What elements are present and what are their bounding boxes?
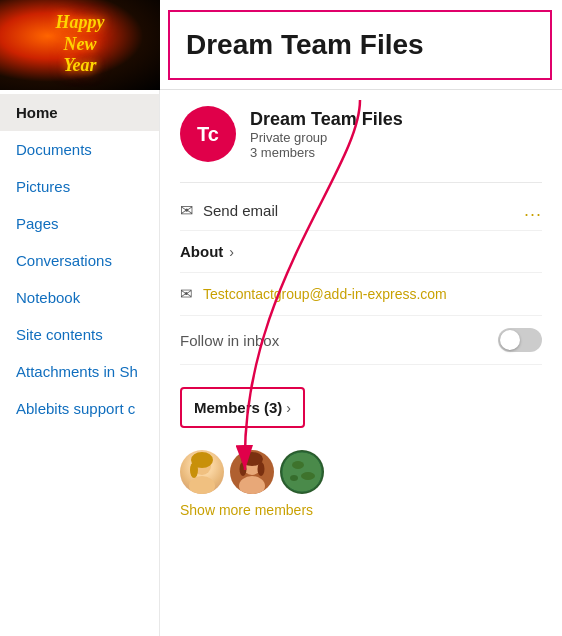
members-row[interactable]: Members (3) › <box>180 387 305 428</box>
svg-point-13 <box>290 475 298 481</box>
envelope-icon: ✉ <box>180 201 193 220</box>
sidebar-item-site-contents[interactable]: Site contents <box>0 316 159 353</box>
content-wrapper: Tc Dream Team Files Private group 3 memb… <box>160 90 562 636</box>
header-title-box: Dream Team Files <box>168 10 552 80</box>
fireworks-background: HappyNewYear <box>0 0 160 90</box>
sidebar-item-notebook[interactable]: Notebook <box>0 279 159 316</box>
toggle-knob <box>500 330 520 350</box>
sidebar-item-pictures[interactable]: Pictures <box>0 168 159 205</box>
show-more-members[interactable]: Show more members <box>180 502 542 518</box>
group-avatar: Tc <box>180 106 236 162</box>
divider-1 <box>180 182 542 183</box>
email-row: ✉ Testcontactgroup@add-in-express.com <box>180 273 542 316</box>
sidebar-item-attachments[interactable]: Attachments in Sh <box>0 353 159 390</box>
svg-point-8 <box>240 462 247 476</box>
svg-point-12 <box>301 472 315 480</box>
svg-point-9 <box>258 462 265 476</box>
svg-point-11 <box>292 461 304 469</box>
main-body: Home Documents Pictures Pages Conversati… <box>0 90 562 636</box>
send-email-row[interactable]: ✉ Send email ... <box>180 191 542 231</box>
sidebar-item-documents[interactable]: Documents <box>0 131 159 168</box>
members-label: Members (3) <box>194 399 282 416</box>
envelope-icon-2: ✉ <box>180 285 193 303</box>
about-chevron-icon: › <box>229 244 234 260</box>
group-name: Dream Team Files <box>250 109 403 130</box>
about-row[interactable]: About › <box>180 231 542 273</box>
happy-new-year-text: HappyNewYear <box>56 12 105 77</box>
sidebar-item-conversations[interactable]: Conversations <box>0 242 159 279</box>
member-avatar-2[interactable] <box>230 450 274 494</box>
about-label: About <box>180 243 223 260</box>
member-avatar-3[interactable] <box>280 450 324 494</box>
more-options-icon[interactable]: ... <box>524 200 542 221</box>
send-email-label: Send email <box>203 202 278 219</box>
member-avatar-1[interactable] <box>180 450 224 494</box>
group-members-count: 3 members <box>250 145 403 160</box>
member-avatars-row <box>180 450 542 494</box>
sidebar-item-ablebits[interactable]: Ablebits support c <box>0 390 159 427</box>
follow-row: Follow in inbox <box>180 316 542 365</box>
page-header: HappyNewYear Dream Team Files <box>0 0 562 90</box>
members-chevron-icon: › <box>286 400 291 416</box>
group-header: Tc Dream Team Files Private group 3 memb… <box>180 106 542 162</box>
svg-point-6 <box>239 476 265 494</box>
follow-label: Follow in inbox <box>180 332 279 349</box>
svg-point-4 <box>190 462 198 478</box>
group-info: Dream Team Files Private group 3 members <box>250 109 403 160</box>
page-title: Dream Team Files <box>186 29 424 61</box>
sidebar: Home Documents Pictures Pages Conversati… <box>0 90 160 636</box>
sidebar-item-home[interactable]: Home <box>0 94 159 131</box>
main-content: Tc Dream Team Files Private group 3 memb… <box>160 90 562 636</box>
group-type: Private group <box>250 130 403 145</box>
email-link[interactable]: Testcontactgroup@add-in-express.com <box>203 286 447 302</box>
svg-point-1 <box>189 476 215 494</box>
sidebar-item-pages[interactable]: Pages <box>0 205 159 242</box>
follow-toggle[interactable] <box>498 328 542 352</box>
header-image: HappyNewYear <box>0 0 160 90</box>
